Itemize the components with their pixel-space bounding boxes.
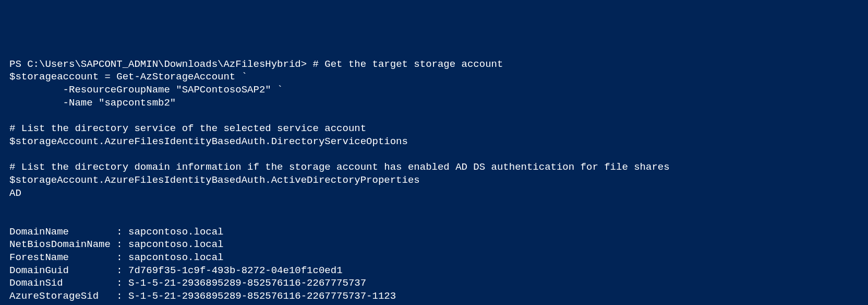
property-sep: : [99,290,128,302]
command-line: -Name "sapcontsmb2" [9,97,176,109]
property-value: S-1-5-21-2936895289-852576116-2267775737 [128,277,366,289]
comment-line: # List the directory service of the sele… [9,123,366,134]
property-row: DomainSid : S-1-5-21-2936895289-85257611… [9,277,366,289]
command-line: $storageAccount.AzureFilesIdentityBasedA… [9,136,408,147]
property-row: DomainGuid : 7d769f35-1c9f-493b-8272-04e… [9,265,343,276]
property-value: sapcontoso.local [128,239,223,250]
property-sep: : [63,277,128,289]
output-line: AD [9,187,21,199]
terminal-output[interactable]: PS C:\Users\SAPCONT_ADMIN\Downloads\AzFi… [9,58,859,303]
property-value: sapcontoso.local [128,252,223,263]
property-sep: : [69,252,128,263]
property-row: ForestName : sapcontoso.local [9,252,224,263]
property-key: DomainGuid [9,265,69,276]
prompt: PS C:\Users\SAPCONT_ADMIN\Downloads\AzFi… [9,58,313,70]
property-sep: : [69,226,128,238]
comment-line: # List the directory domain information … [9,161,670,173]
property-key: NetBiosDomainName [9,239,111,250]
property-key: ForestName [9,252,69,263]
property-value: sapcontoso.local [128,226,223,238]
property-key: AzureStorageSid [9,290,99,302]
property-sep: : [111,239,128,250]
comment: # Get the target storage account [313,58,503,70]
property-row: AzureStorageSid : S-1-5-21-2936895289-85… [9,290,396,302]
property-sep: : [69,265,128,276]
prompt-line: PS C:\Users\SAPCONT_ADMIN\Downloads\AzFi… [9,58,503,70]
property-row: DomainName : sapcontoso.local [9,226,224,238]
properties-table: DomainName : sapcontoso.local NetBiosDom… [9,226,859,303]
command-line: $storageaccount = Get-AzStorageAccount ` [9,71,247,83]
property-value: S-1-5-21-2936895289-852576116-2267775737… [128,290,396,302]
command-line: $storageAccount.AzureFilesIdentityBasedA… [9,174,420,186]
property-key: DomainName [9,226,69,238]
property-row: NetBiosDomainName : sapcontoso.local [9,239,224,250]
command-line: -ResourceGroupName "SAPContosoSAP2" ` [9,84,283,96]
property-value: 7d769f35-1c9f-493b-8272-04e10f1c0ed1 [128,265,342,276]
property-key: DomainSid [9,277,63,289]
